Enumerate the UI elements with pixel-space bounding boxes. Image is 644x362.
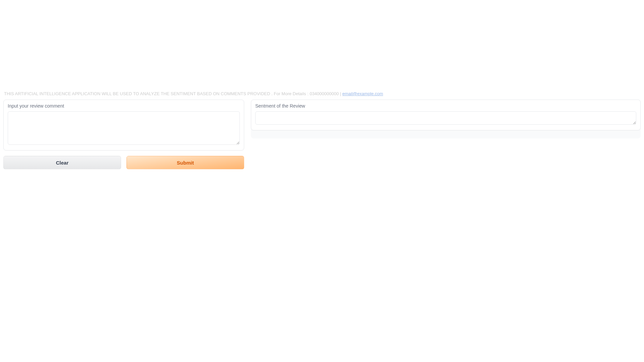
left-column: Input your review comment Clear Submit xyxy=(3,100,244,169)
right-column: Sentment of the Review xyxy=(251,100,641,169)
main-container: Input your review comment Clear Submit S… xyxy=(0,100,644,169)
clear-button[interactable]: Clear xyxy=(3,156,121,169)
header-text: THIS ARTIFICIAL INTELLIGENCE APPLICATION… xyxy=(4,91,342,96)
sentiment-output[interactable] xyxy=(255,111,636,125)
input-label: Input your review comment xyxy=(8,103,240,109)
review-comment-input[interactable] xyxy=(8,111,240,145)
output-wrapper: Sentment of the Review xyxy=(251,100,641,138)
button-row: Clear Submit xyxy=(3,156,244,169)
output-card: Sentment of the Review xyxy=(251,100,641,130)
header-email-link[interactable]: email@example.com xyxy=(342,91,383,96)
input-card: Input your review comment xyxy=(3,100,244,150)
submit-button[interactable]: Submit xyxy=(126,156,244,169)
output-label: Sentment of the Review xyxy=(255,103,636,109)
header-description: THIS ARTIFICIAL INTELLIGENCE APPLICATION… xyxy=(4,91,383,96)
